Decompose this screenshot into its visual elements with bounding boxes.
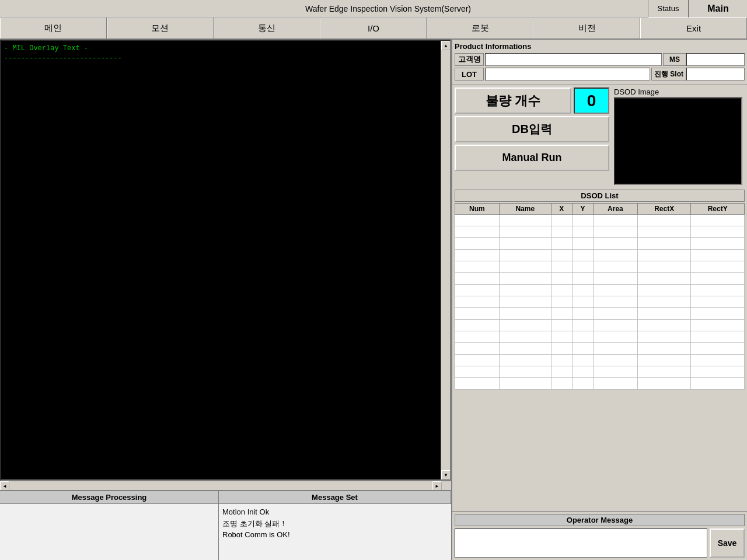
table-row bbox=[455, 273, 745, 285]
lot-label: LOT bbox=[455, 68, 484, 80]
operator-message-input[interactable] bbox=[455, 528, 707, 558]
nav-item-comm[interactable]: 통신 bbox=[214, 18, 320, 38]
operator-message-section: Operator Message Save bbox=[452, 511, 747, 560]
nav-bar: 메인 모션 통신 I/O 로봇 비전 Exit bbox=[0, 18, 747, 40]
dsod-table-container[interactable]: Num Name X Y Area RectX RectY bbox=[455, 203, 745, 509]
nav-item-exit[interactable]: Exit bbox=[640, 18, 747, 38]
message-processing-pane bbox=[0, 504, 219, 560]
dsod-table-header-row: Num Name X Y Area RectX RectY bbox=[455, 204, 745, 215]
table-row bbox=[455, 378, 745, 390]
mil-overlay-text: - MIL Overlay Text - -------------------… bbox=[4, 44, 122, 64]
msg-set-line-2: 조명 초기화 실패！ bbox=[222, 518, 448, 530]
product-info-title: Product Informations bbox=[455, 42, 745, 51]
defect-count-value: 0 bbox=[574, 88, 609, 114]
operator-message-title: Operator Message bbox=[455, 514, 745, 526]
message-set-pane: Motion Init Ok 조명 초기화 실패！ Robot Comm is … bbox=[219, 504, 451, 560]
table-row bbox=[455, 285, 745, 296]
message-content: Motion Init Ok 조명 초기화 실패！ Robot Comm is … bbox=[0, 504, 451, 560]
scroll-down-button[interactable]: ▼ bbox=[441, 470, 451, 480]
scroll-left-button[interactable]: ◄ bbox=[0, 481, 9, 491]
scroll-track-v[interactable] bbox=[441, 50, 450, 470]
product-info-section: Product Informations 고객명 MS LOT 진행 Slot bbox=[452, 40, 747, 85]
table-row bbox=[455, 355, 745, 366]
message-processing-header: Message Processing bbox=[0, 491, 219, 503]
col-area: Area bbox=[593, 204, 637, 215]
col-name: Name bbox=[499, 204, 551, 215]
lot-row: LOT 진행 Slot bbox=[455, 68, 745, 80]
table-row bbox=[455, 308, 745, 320]
defect-count-row: 불량 개수 0 bbox=[455, 88, 609, 114]
defect-count-label: 불량 개수 bbox=[455, 88, 571, 114]
customer-label: 고객명 bbox=[455, 53, 484, 66]
db-input-button[interactable]: DB입력 bbox=[455, 116, 609, 142]
horizontal-scrollbar-container: ◄ ► bbox=[0, 481, 451, 490]
defect-count-section: 불량 개수 0 DB입력 Manual Run bbox=[455, 88, 609, 185]
slot-label: 진행 Slot bbox=[651, 68, 686, 80]
table-row bbox=[455, 343, 745, 355]
camera-view bbox=[1, 41, 450, 480]
nav-item-main[interactable]: 메인 bbox=[0, 18, 107, 38]
table-row bbox=[455, 238, 745, 250]
status-button[interactable]: Status bbox=[648, 0, 689, 18]
table-row bbox=[455, 320, 745, 331]
title-bar: Wafer Edge Inspection Vision System(Serv… bbox=[0, 0, 747, 18]
customer-row: 고객명 MS bbox=[455, 53, 745, 66]
dsod-image-label: DSOD Image bbox=[614, 88, 742, 96]
nav-item-vision[interactable]: 비전 bbox=[533, 18, 640, 38]
dsod-table: Num Name X Y Area RectX RectY bbox=[455, 203, 745, 390]
operator-message-row: Save bbox=[455, 528, 745, 558]
camera-view-container: - MIL Overlay Text - -------------------… bbox=[0, 40, 451, 481]
vertical-scrollbar[interactable]: ▲ ▼ bbox=[441, 41, 450, 480]
dsod-table-body bbox=[455, 215, 745, 390]
message-headers: Message Processing Message Set bbox=[0, 491, 451, 504]
dsod-list-title: DSOD List bbox=[455, 190, 745, 202]
dsod-image-box bbox=[614, 97, 742, 185]
message-area: Message Processing Message Set Motion In… bbox=[0, 490, 451, 560]
scroll-track-h[interactable] bbox=[9, 481, 432, 490]
nav-item-motion[interactable]: 모션 bbox=[107, 18, 214, 38]
table-row bbox=[455, 331, 745, 343]
nav-item-io[interactable]: I/O bbox=[320, 18, 427, 38]
main-content: - MIL Overlay Text - -------------------… bbox=[0, 40, 747, 560]
action-area: 불량 개수 0 DB입력 Manual Run DSOD Image bbox=[452, 85, 747, 187]
ms-label: MS bbox=[663, 53, 686, 66]
nav-item-robot[interactable]: 로봇 bbox=[427, 18, 533, 38]
table-row bbox=[455, 261, 745, 273]
col-rectx: RectX bbox=[637, 204, 691, 215]
col-num: Num bbox=[455, 204, 500, 215]
scroll-right-button[interactable]: ► bbox=[432, 481, 442, 491]
manual-run-button[interactable]: Manual Run bbox=[455, 145, 609, 171]
left-panel: - MIL Overlay Text - -------------------… bbox=[0, 40, 452, 560]
mil-overlay-line2: ---------------------------- bbox=[4, 54, 122, 62]
save-button[interactable]: Save bbox=[710, 528, 745, 558]
col-x: X bbox=[551, 204, 572, 215]
table-row bbox=[455, 366, 745, 378]
customer-input[interactable] bbox=[485, 53, 662, 66]
empty-space bbox=[455, 173, 609, 185]
app-title: Wafer Edge Inspection Vision System(Serv… bbox=[128, 4, 648, 13]
table-row bbox=[455, 250, 745, 261]
table-row bbox=[455, 215, 745, 226]
msg-set-line-1: Motion Init Ok bbox=[222, 506, 448, 518]
right-panel: Product Informations 고객명 MS LOT 진행 Slot … bbox=[452, 40, 747, 560]
table-row bbox=[455, 226, 745, 238]
lot-input[interactable] bbox=[485, 68, 650, 80]
table-row bbox=[455, 296, 745, 308]
col-y: Y bbox=[572, 204, 593, 215]
mil-overlay-line1: - MIL Overlay Text - bbox=[4, 44, 88, 52]
scroll-corner bbox=[442, 481, 451, 490]
scroll-up-button[interactable]: ▲ bbox=[441, 41, 451, 50]
dsod-list-section: DSOD List Num Name X Y Area RectX RectY bbox=[452, 187, 747, 511]
msg-set-line-3: Robot Comm is OK! bbox=[222, 529, 448, 541]
ms-input[interactable] bbox=[686, 53, 745, 66]
dsod-image-section: DSOD Image bbox=[612, 88, 745, 185]
slot-input[interactable] bbox=[686, 68, 745, 80]
col-recty: RectY bbox=[691, 204, 745, 215]
main-button[interactable]: Main bbox=[689, 0, 747, 18]
message-set-header: Message Set bbox=[219, 491, 451, 503]
